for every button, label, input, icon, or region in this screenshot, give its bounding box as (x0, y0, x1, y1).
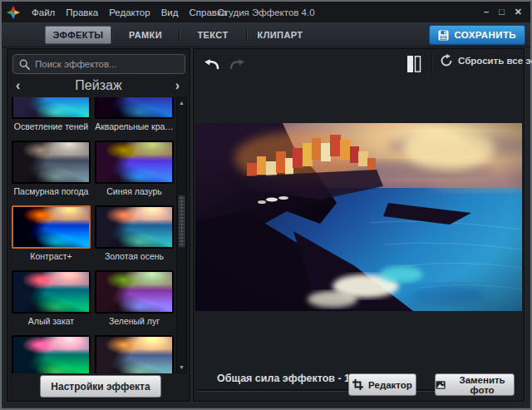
effect-preview-image (96, 142, 172, 182)
tab-1[interactable]: РАМКИ (112, 27, 179, 44)
redo-icon[interactable] (229, 56, 247, 71)
effect-item[interactable] (12, 335, 91, 373)
effect-label: Золотая осень (95, 251, 174, 262)
replace-photo-button[interactable]: Заменить фото (435, 373, 515, 396)
menu-item-2[interactable]: Редактор (106, 6, 154, 19)
effect-label: Пасмурная погода (12, 186, 91, 197)
close-button[interactable]: ✕ (515, 7, 522, 17)
scrollbar-down-icon[interactable]: ▼ (177, 363, 186, 372)
effect-preview-image (13, 207, 89, 247)
titlebar: ФайлПравкаРедакторВидСправка Студия Эффе… (2, 2, 530, 22)
photo-image (195, 123, 522, 311)
effect-preview-image (96, 337, 172, 373)
tab-0[interactable]: ЭФФЕКТЫ (45, 26, 111, 44)
effect-preview-image (13, 272, 89, 312)
menu-item-3[interactable]: Вид (158, 6, 182, 19)
effect-label: Контраст+ (12, 251, 91, 262)
strength-label: Общая сила эффектов - 100% (217, 373, 329, 384)
effect-item[interactable]: Алый закат (12, 270, 91, 327)
effect-preview-image (13, 337, 89, 373)
menu-item-0[interactable]: Файл (28, 6, 58, 19)
effect-preview-image (96, 272, 172, 312)
effect-item[interactable]: Синяя лазурь (95, 141, 174, 197)
effect-item[interactable] (95, 335, 174, 373)
replace-photo-label: Заменить фото (451, 375, 514, 395)
effect-settings-button[interactable]: Настройки эффекта (40, 375, 161, 398)
tab-3[interactable]: КЛИПАРТ (247, 27, 313, 44)
crop-icon (352, 379, 363, 390)
compare-before-after-icon[interactable] (406, 54, 421, 74)
effect-thumbnail (95, 270, 174, 314)
reset-refresh-icon (440, 54, 453, 67)
effect-thumbnail (95, 335, 174, 373)
effect-thumbnail (95, 205, 174, 249)
effect-label: Осветление теней (12, 121, 91, 132)
effect-label: Акварельные кра… (95, 121, 174, 132)
photo-canvas (195, 123, 522, 311)
menubar: ФайлПравкаРедакторВидСправка (28, 6, 230, 19)
save-button-label: СОХРАНИТЬ (454, 30, 516, 40)
effects-grid: Осветление тенейАкварельные кра…Пасмурна… (12, 97, 175, 373)
category-prev-icon[interactable]: ‹ (16, 77, 20, 94)
save-button[interactable]: СОХРАНИТЬ (429, 25, 525, 45)
tabbar: ЭФФЕКТЫРАМКИТЕКСТКЛИПАРТ СОХРАНИТЬ (2, 22, 530, 47)
maximize-button[interactable]: □ (499, 7, 505, 17)
effect-label: Зеленый луг (95, 316, 174, 327)
effect-preview-image (96, 207, 172, 247)
reset-effects-label: Сбросить все эффекты (458, 56, 532, 66)
main-footer: Общая сила эффектов - 100% Редактор Заме… (194, 369, 524, 399)
window-controls: – □ ✕ (484, 2, 522, 22)
reset-effects-button[interactable]: Сбросить все эффекты (440, 54, 532, 67)
effect-item[interactable]: Зеленый луг (95, 270, 174, 327)
effect-item[interactable]: Контраст+ (12, 205, 91, 262)
effect-preview-image (13, 97, 89, 117)
search-input[interactable] (35, 59, 176, 69)
toolbar-separator (431, 53, 432, 74)
editor-button-label: Редактор (368, 380, 412, 390)
photo-icon (436, 380, 446, 390)
effect-thumbnail (12, 335, 91, 373)
effect-thumbnail (12, 97, 91, 119)
scrollbar-up-icon[interactable]: ▲ (177, 99, 186, 107)
scrollbar-thumb[interactable] (178, 195, 185, 248)
undo-icon[interactable] (202, 56, 220, 71)
category-name: Пейзаж (7, 77, 190, 94)
effect-item[interactable]: Золотая осень (95, 205, 174, 262)
effect-item[interactable]: Пасмурная погода (12, 141, 91, 197)
effect-thumbnail (12, 205, 91, 249)
menu-item-1[interactable]: Правка (62, 6, 101, 19)
effects-sidebar: ‹ Пейзаж › Осветление тенейАкварельные к… (7, 48, 190, 402)
window-title: Студия Эффектов 4.0 (217, 7, 314, 17)
effects-list-viewport: Осветление тенейАкварельные кра…Пасмурна… (12, 97, 175, 373)
floppy-disk-icon (438, 30, 449, 41)
tab-2[interactable]: ТЕКСТ (180, 27, 246, 44)
effect-thumbnail (12, 270, 91, 314)
app-window: ФайлПравкаРедакторВидСправка Студия Эффе… (0, 0, 532, 410)
effect-preview-image (96, 97, 172, 117)
search-box (12, 54, 185, 74)
effects-scrollbar[interactable]: ▲ ▼ (176, 97, 187, 373)
main-panel: Сбросить все эффекты (193, 48, 525, 402)
effect-item[interactable]: Акварельные кра… (95, 97, 174, 132)
search-icon (19, 59, 30, 70)
editor-button[interactable]: Редактор (348, 373, 416, 396)
category-next-icon[interactable]: › (175, 77, 180, 94)
effect-label: Синяя лазурь (95, 186, 174, 197)
effect-thumbnail (95, 141, 174, 184)
effect-label: Алый закат (12, 316, 91, 327)
category-nav: ‹ Пейзаж › (7, 77, 190, 96)
app-logo-icon (7, 6, 20, 19)
effect-preview-image (13, 142, 89, 182)
effect-item[interactable]: Осветление теней (12, 97, 91, 132)
main-toolbar: Сбросить все эффекты (194, 49, 524, 79)
effect-thumbnail (95, 97, 174, 119)
effect-thumbnail (12, 141, 91, 184)
tabbar-tabs: ЭФФЕКТЫРАМКИТЕКСТКЛИПАРТ (45, 26, 313, 44)
minimize-button[interactable]: – (484, 7, 489, 17)
